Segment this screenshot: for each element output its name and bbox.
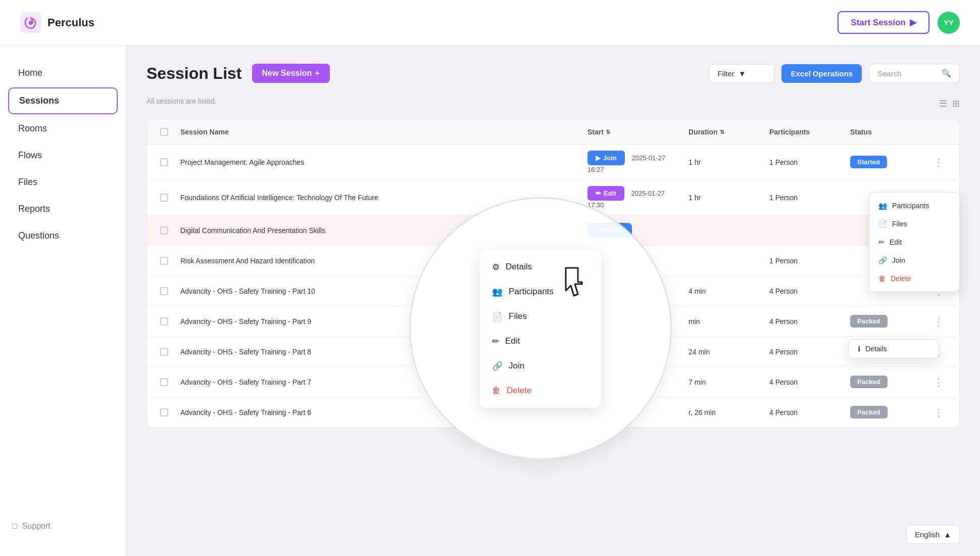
row-checkbox <box>155 281 175 301</box>
sidebar-bottom: □ Support <box>0 522 126 541</box>
large-menu-join[interactable]: 🔗 Join <box>480 354 601 379</box>
row-action-cell: ▶ Join 2025-01-27 16:27 <box>582 145 683 179</box>
row-checkbox <box>155 342 175 362</box>
status-badge: Packed <box>850 315 888 328</box>
large-menu-join-label: Join <box>509 361 524 371</box>
content-area: Session List New Session + Filter ▼ Exce… <box>126 45 980 556</box>
row-more-button[interactable]: ⋮ <box>926 400 951 425</box>
row-participants: 4 Person <box>764 372 845 392</box>
sidebar-item-home[interactable]: Home <box>8 61 118 85</box>
large-menu-delete[interactable]: 🗑 Delete <box>480 379 601 403</box>
page-header: Session List New Session + Filter ▼ Exce… <box>146 64 960 83</box>
support-link[interactable]: □ Support <box>12 522 114 531</box>
small-details-icon: ℹ <box>858 345 860 353</box>
row-participants: 4 Person <box>764 402 845 423</box>
small-files-icon: 📄 <box>878 220 887 228</box>
row-more-button[interactable]: ⋮ <box>926 370 951 394</box>
edit-icon-menu: ✏ <box>492 336 499 347</box>
row-duration: min <box>683 311 764 332</box>
participants-icon: 👥 <box>492 287 503 297</box>
page-title: Session List <box>146 64 242 83</box>
th-start: Start ⇅ <box>582 120 683 144</box>
language-arrow-icon: ▲ <box>944 530 951 539</box>
small-menu-files[interactable]: 📄 Files <box>869 215 959 233</box>
th-checkbox <box>155 120 175 144</box>
edit-icon: ✏ <box>596 190 601 197</box>
language-label: English <box>915 530 940 539</box>
sidebar-item-rooms[interactable]: Rooms <box>8 116 118 141</box>
sidebar-item-sessions[interactable]: Sessions <box>8 87 118 114</box>
details-icon: ⚙ <box>492 262 500 272</box>
language-selector[interactable]: English ▲ <box>906 525 960 544</box>
join-icon: ▶ <box>596 154 601 162</box>
large-menu-participants[interactable]: 👥 Participants <box>480 280 601 304</box>
table-header: Session Name Start ⇅ Duration ⇅ Particip… <box>147 120 959 145</box>
row-duration: 1 hr <box>683 152 764 172</box>
row-checkbox <box>155 311 175 332</box>
row-participants: 1 Person <box>764 251 845 271</box>
row-duration: 24 min <box>683 342 764 362</box>
sidebar-item-reports[interactable]: Reports <box>8 197 118 221</box>
row-checkbox <box>155 372 175 392</box>
row-participants: 4 Person <box>764 311 845 332</box>
large-menu-details[interactable]: ⚙ Details <box>480 255 601 280</box>
filter-dropdown[interactable]: Filter ▼ <box>709 64 774 83</box>
status-badge: Packed <box>850 406 888 419</box>
small-menu-delete[interactable]: 🗑 Delete <box>869 269 959 288</box>
search-box[interactable]: Search 🔍 <box>869 64 960 83</box>
large-menu-edit[interactable]: ✏ Edit <box>480 329 601 354</box>
row-participants: 4 Person <box>764 281 845 301</box>
large-menu-files[interactable]: 📄 Files <box>480 304 601 329</box>
sidebar-item-questions[interactable]: Questions <box>8 223 118 248</box>
plus-icon: + <box>315 69 319 78</box>
row-participants: 1 Person <box>764 152 845 172</box>
row-duration: r, 26 min <box>683 402 764 423</box>
sort-duration-icon[interactable]: ⇅ <box>720 129 724 135</box>
start-session-button[interactable]: Start Session ▶ <box>838 11 929 34</box>
row-duration <box>683 224 764 237</box>
small-menu-participants[interactable]: 👥 Participants <box>869 197 959 215</box>
join-button[interactable]: ▶ Join <box>587 151 625 165</box>
small-menu-details[interactable]: ℹ Details <box>848 339 939 358</box>
sidebar-nav: Home Sessions Rooms Flows Files Reports <box>0 61 126 248</box>
large-menu-edit-label: Edit <box>505 336 520 346</box>
row-checkbox <box>155 251 175 271</box>
grid-view-icon[interactable]: ⊞ <box>952 98 960 109</box>
magnify-overlay: ⚙ Details 👥 Participants 📄 Files ✏ Edit <box>409 197 672 460</box>
small-menu-edit[interactable]: ✏ Edit <box>869 233 959 251</box>
sidebar-item-files[interactable]: Files <box>8 170 118 195</box>
context-menu-large-inner: ⚙ Details 👥 Participants 📄 Files ✏ Edit <box>480 250 601 408</box>
row-duration: 4 min <box>683 281 764 301</box>
excel-operations-button[interactable]: Excel Operations <box>781 64 862 83</box>
row-action-cell: ✏ Edit 2025-01-27 17:30 <box>582 180 683 215</box>
th-session-name: Session Name <box>175 120 582 144</box>
row-checkbox <box>155 402 175 423</box>
row-participants: 1 Person <box>764 188 845 208</box>
row-more-button[interactable]: ⋮ <box>926 309 951 334</box>
table-row: Project Management: Agile Approaches ▶ J… <box>147 145 959 180</box>
sessions-subtitle: All sessions are listed. <box>146 97 217 105</box>
status-badge: Packed <box>850 376 888 388</box>
main-layout: Home Sessions Rooms Flows Files Reports <box>0 45 980 556</box>
row-duration <box>683 255 764 267</box>
avatar[interactable]: YY <box>938 12 960 34</box>
start-session-label: Start Session <box>851 18 906 28</box>
join-icon-menu: 🔗 <box>492 361 503 372</box>
large-menu-participants-label: Participants <box>509 287 554 297</box>
row-checkbox <box>155 188 175 208</box>
new-session-button[interactable]: New Session + <box>252 64 330 83</box>
support-icon: □ <box>12 522 17 531</box>
small-menu-join[interactable]: 🔗 Join <box>869 251 959 269</box>
row-status: Packed <box>845 400 926 425</box>
edit-button[interactable]: ✏ Edit <box>587 186 624 201</box>
small-participants-icon: 👥 <box>878 202 887 210</box>
view-toggles: ☰ ⊞ <box>939 98 960 109</box>
sidebar-item-flows[interactable]: Flows <box>8 143 118 168</box>
top-bar-right: Start Session ▶ YY <box>838 11 960 34</box>
select-all-checkbox[interactable] <box>160 128 168 136</box>
list-view-icon[interactable]: ☰ <box>939 98 947 109</box>
sort-start-icon[interactable]: ⇅ <box>606 129 610 135</box>
files-icon: 📄 <box>492 311 503 322</box>
row-more-button[interactable]: ⋮ <box>926 150 951 174</box>
large-menu-delete-label: Delete <box>507 386 531 396</box>
